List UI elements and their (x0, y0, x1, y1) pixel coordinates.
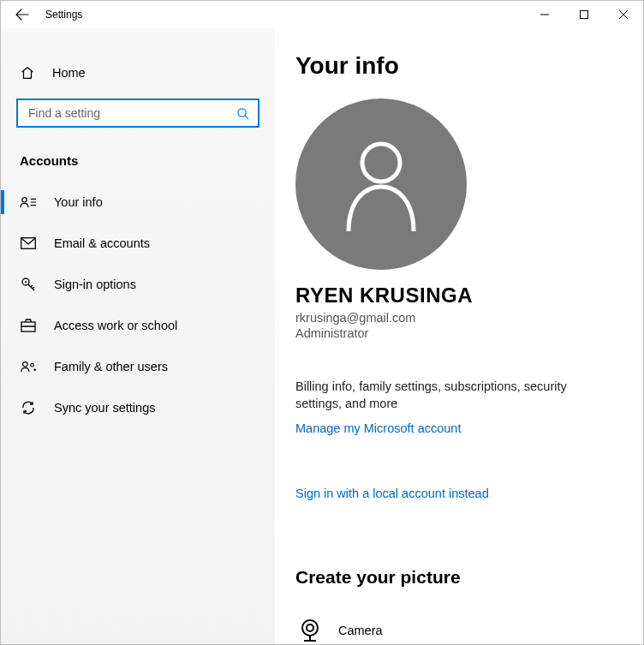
search-container (16, 99, 259, 128)
camera-icon (295, 616, 325, 644)
nav-label: Sign-in options (54, 278, 136, 291)
settings-window: Settings Home (0, 0, 644, 645)
nav-signin-options[interactable]: Sign-in options (1, 264, 275, 305)
nav-work-school[interactable]: Access work or school (1, 305, 275, 346)
content-area: Your info RYEN KRUSINGA rkrusinga@gmail.… (275, 28, 643, 644)
nav-family-users[interactable]: Family & other users (1, 346, 275, 387)
page-heading: Your info (295, 52, 614, 80)
nav-sync[interactable]: Sync your settings (1, 387, 275, 428)
svg-point-8 (31, 363, 34, 367)
manage-account-link[interactable]: Manage my Microsoft account (295, 421, 614, 435)
user-name: RYEN KRUSINGA (295, 284, 614, 308)
home-icon (20, 65, 35, 81)
billing-description: Billing info, family settings, subscript… (295, 378, 612, 413)
svg-point-11 (307, 624, 313, 631)
sync-icon (20, 399, 37, 416)
search-icon (236, 107, 249, 120)
nav-label: Your info (54, 195, 103, 209)
search-box[interactable] (16, 99, 259, 128)
nav-list: Your info Email & accounts Sign-in optio… (1, 182, 275, 428)
window-body: Home Accounts Your info (1, 28, 643, 644)
svg-point-10 (302, 620, 318, 636)
svg-point-7 (23, 362, 27, 367)
user-avatar (295, 99, 467, 270)
svg-point-5 (25, 281, 27, 283)
category-title: Accounts (20, 153, 275, 168)
local-account-link[interactable]: Sign in with a local account instead (295, 487, 614, 500)
picture-heading: Create your picture (295, 567, 614, 588)
svg-point-9 (362, 144, 400, 182)
search-input[interactable] (27, 105, 236, 121)
nav-label: Access work or school (54, 319, 177, 332)
minimize-icon (540, 10, 549, 19)
nav-label: Family & other users (54, 360, 168, 373)
back-arrow-icon (15, 8, 29, 21)
email-icon (20, 235, 37, 252)
close-icon (619, 10, 628, 19)
home-button[interactable]: Home (1, 56, 275, 90)
titlebar-left: Settings (1, 1, 82, 28)
minimize-button[interactable] (525, 1, 564, 28)
briefcase-icon (20, 317, 37, 334)
maximize-button[interactable] (564, 1, 604, 28)
maximize-icon (580, 10, 588, 19)
close-button[interactable] (604, 1, 643, 28)
nav-your-info[interactable]: Your info (1, 182, 275, 223)
family-icon (20, 358, 37, 375)
sidebar: Home Accounts Your info (1, 28, 275, 644)
window-controls (525, 1, 643, 28)
nav-label: Sync your settings (54, 401, 155, 415)
window-title: Settings (45, 9, 82, 21)
person-icon (338, 137, 424, 231)
svg-rect-0 (581, 11, 588, 19)
titlebar: Settings (1, 1, 643, 28)
user-email: rkrusinga@gmail.com (295, 311, 614, 325)
camera-label: Camera (338, 624, 383, 637)
your-info-icon (20, 194, 37, 211)
svg-point-2 (22, 198, 27, 202)
home-label: Home (52, 66, 86, 80)
nav-label: Email & accounts (54, 236, 150, 250)
camera-option[interactable]: Camera (295, 605, 614, 644)
back-button[interactable] (4, 1, 40, 28)
key-icon (20, 276, 37, 293)
svg-point-1 (238, 108, 246, 116)
user-role: Administrator (295, 326, 614, 340)
nav-email-accounts[interactable]: Email & accounts (1, 223, 275, 264)
